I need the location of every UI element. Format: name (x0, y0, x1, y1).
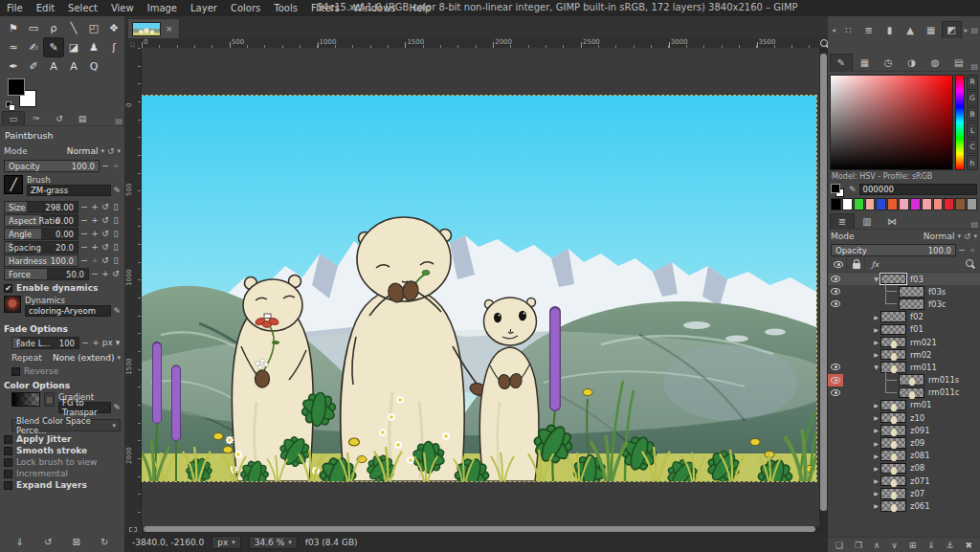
layer-mode-row[interactable]: Mode Normal ▾ ↺ ▾ (828, 230, 980, 243)
new-group-button[interactable]: ❐ (855, 541, 862, 550)
color-history-swatch[interactable] (910, 198, 921, 210)
layer-visibility-cell[interactable] (828, 487, 843, 499)
dock-tab-brushes[interactable]: ≣ (858, 21, 879, 38)
gradient-reverse-button[interactable]: [] (44, 392, 55, 407)
panel-tab-gradients[interactable]: ◑ (901, 54, 924, 71)
menu-item-select[interactable]: Select (61, 2, 104, 14)
layer-row[interactable]: ▼rm011 (828, 361, 980, 373)
layer-row[interactable]: ▶f01 (828, 323, 980, 336)
vertical-scrollbar[interactable] (819, 48, 828, 526)
tab-device-status[interactable]: ✑ (25, 111, 48, 125)
layer-row[interactable]: ▶z09 (828, 436, 980, 449)
layer-row[interactable]: ▼f03 (828, 273, 980, 285)
layer-visibility-cell[interactable] (828, 462, 843, 475)
paint-mode-row[interactable]: Mode Normal ▾ ↺ ▾ (4, 144, 121, 157)
apply-jitter-checkbox[interactable]: Apply Jitter (4, 433, 121, 445)
layer-visibility-cell[interactable] (828, 499, 843, 512)
dock-menu-icon[interactable]: ▤ (970, 62, 978, 71)
move-tool[interactable]: ⚑ (4, 19, 23, 37)
decrease-button[interactable]: − (79, 229, 89, 238)
fg-bg-color-swatches[interactable] (6, 78, 54, 111)
color-history-swatch[interactable] (922, 198, 932, 210)
layer-thumbnail[interactable] (880, 412, 906, 424)
lock-brush-to-view-checkbox[interactable]: Lock brush to view (4, 456, 121, 468)
zoom-dropdown[interactable]: 34.6 % ▾ (249, 536, 298, 549)
tab-layers[interactable]: ≣ (830, 213, 855, 229)
expander-closed-icon[interactable]: ▶ (872, 351, 880, 358)
lower-layer-button[interactable]: ∨ (891, 541, 898, 550)
slider-bar[interactable]: Hardness100.0 (4, 254, 78, 267)
layer-visibility-cell[interactable] (828, 361, 843, 373)
chevron-down-icon[interactable]: ▾ (957, 232, 961, 240)
increase-button[interactable]: + (90, 202, 100, 211)
menu-item-layer[interactable]: Layer (184, 2, 224, 14)
channel-button-B[interactable]: B (967, 107, 978, 122)
color-edit-icon[interactable]: ✎ (849, 185, 857, 194)
channel-button-h[interactable]: h (967, 155, 978, 170)
layer-thumbnail[interactable] (880, 349, 906, 361)
zoom-tool[interactable]: Q (84, 57, 103, 76)
expander-closed-icon[interactable]: ▶ (872, 427, 880, 433)
decrease-button[interactable]: − (79, 242, 89, 252)
menu-item-edit[interactable]: Edit (30, 2, 61, 14)
ruler-corner[interactable]: ◻ (124, 38, 142, 48)
layer-thumbnail[interactable] (899, 374, 924, 386)
fade-length-slider[interactable]: Fade L... 100 − + px ▾ (11, 336, 121, 349)
layer-visibility-cell[interactable] (828, 323, 843, 336)
layer-thumbnail[interactable] (880, 437, 906, 449)
tab-channels[interactable]: ▥ (855, 213, 880, 229)
text-along-path-tool[interactable]: A (64, 57, 83, 76)
layer-row[interactable]: rm011s (828, 374, 980, 386)
checkbox-icon[interactable] (4, 481, 12, 490)
incremental-checkbox[interactable]: Incremental (4, 468, 121, 479)
decrease-button[interactable]: − (79, 202, 89, 211)
color-history-swatch[interactable] (876, 198, 886, 210)
dynamics-selector[interactable]: Dynamics coloring-Aryeom ✎ (4, 296, 121, 320)
link-icon[interactable]: ▯ (111, 255, 121, 265)
layer-opacity-slider[interactable]: Opacity 100.0 − + (828, 243, 980, 256)
dock-tab-pointer[interactable]: ▲ (901, 21, 921, 38)
mypaint-brush-tool[interactable]: ✍ (24, 38, 43, 56)
aspect-ratio-slider[interactable]: Aspect Ratio0.00−+↺▯ (4, 213, 121, 227)
paths-tool[interactable]: ✒ (4, 57, 23, 76)
zoom-follow-icon[interactable] (819, 38, 828, 48)
layer-opacity-increase-button[interactable]: + (968, 245, 977, 254)
increase-button[interactable]: + (90, 229, 100, 238)
layer-visibility-cell[interactable] (828, 399, 843, 411)
decrease-button[interactable]: − (90, 269, 100, 278)
channel-button-C[interactable]: C (967, 139, 978, 154)
color-history-swatch[interactable] (899, 198, 909, 210)
scroll-tabs-right-icon[interactable]: ▸ (963, 26, 970, 34)
color-history-swatch[interactable] (933, 198, 944, 210)
save-tool-preset-button[interactable]: ⇓ (16, 537, 24, 547)
color-history-swatch[interactable] (865, 198, 876, 210)
layer-thumbnail[interactable] (880, 337, 906, 348)
menu-item-image[interactable]: Image (141, 2, 184, 14)
layer-visibility-cell[interactable] (828, 311, 843, 323)
mode-value[interactable]: Normal (67, 146, 99, 156)
reset-icon[interactable]: ↺ (100, 229, 110, 238)
expander-closed-icon[interactable]: ▶ (872, 465, 880, 472)
layer-row[interactable]: ▶z071 (828, 475, 980, 487)
raise-layer-button[interactable]: ∧ (874, 541, 880, 550)
expander-closed-icon[interactable]: ▶ (872, 502, 880, 509)
layer-visibility-cell[interactable] (828, 374, 843, 386)
increase-button[interactable]: + (90, 215, 100, 225)
opacity-decrease-button[interactable]: − (100, 161, 110, 170)
chevron-down-icon[interactable]: ▾ (100, 147, 104, 155)
slider-bar[interactable]: Force50.0 (4, 268, 89, 280)
fade-unit-dropdown[interactable]: px ▾ (101, 338, 121, 347)
new-layer-button[interactable]: ❏ (835, 541, 843, 550)
opacity-slider[interactable]: Opacity 100.0 − + (4, 159, 121, 172)
expander-closed-icon[interactable]: ▶ (872, 414, 880, 421)
chevron-down-icon[interactable]: ▾ (117, 147, 121, 155)
horizontal-ruler[interactable]: 0500100015002000250030003500 (142, 38, 819, 48)
text-tool[interactable]: A (44, 57, 63, 76)
layer-thumbnail[interactable] (880, 463, 906, 475)
scroll-tabs-left-icon[interactable]: ◂ (830, 26, 837, 34)
foreground-color-swatch[interactable] (8, 78, 25, 96)
color-history-swatch[interactable] (967, 198, 977, 210)
link-icon[interactable]: ▯ (111, 202, 121, 211)
reset-icon[interactable]: ↺ (100, 202, 110, 211)
restore-tool-preset-button[interactable]: ↺ (44, 537, 52, 547)
